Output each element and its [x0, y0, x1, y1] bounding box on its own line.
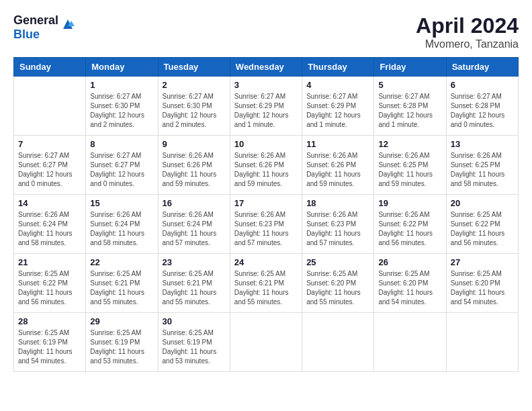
calendar-cell: 6 Sunrise: 6:27 AMSunset: 6:28 PMDayligh…: [446, 77, 518, 136]
calendar-cell: 19 Sunrise: 6:26 AMSunset: 6:22 PMDaylig…: [374, 195, 446, 254]
calendar-cell: 15 Sunrise: 6:26 AMSunset: 6:24 PMDaylig…: [86, 195, 158, 254]
calendar-cell: 21 Sunrise: 6:25 AMSunset: 6:22 PMDaylig…: [14, 254, 86, 313]
calendar-cell: [446, 313, 518, 372]
calendar-cell: [374, 313, 446, 372]
calendar-cell: 28 Sunrise: 6:25 AMSunset: 6:19 PMDaylig…: [14, 313, 86, 372]
day-info: Sunrise: 6:26 AMSunset: 6:25 PMDaylight:…: [451, 151, 514, 189]
day-number: 19: [378, 198, 441, 208]
day-info: Sunrise: 6:27 AMSunset: 6:27 PMDaylight:…: [90, 151, 153, 189]
day-number: 7: [18, 139, 81, 149]
day-info: Sunrise: 6:25 AMSunset: 6:21 PMDaylight:…: [163, 269, 226, 307]
day-number: 10: [234, 139, 298, 149]
calendar-cell: 22 Sunrise: 6:25 AMSunset: 6:21 PMDaylig…: [86, 254, 158, 313]
day-info: Sunrise: 6:25 AMSunset: 6:20 PMDaylight:…: [378, 269, 441, 307]
calendar-cell: 7 Sunrise: 6:27 AMSunset: 6:27 PMDayligh…: [14, 136, 86, 195]
month-year-title: April 2024: [416, 13, 519, 38]
day-info: Sunrise: 6:26 AMSunset: 6:25 PMDaylight:…: [378, 151, 441, 189]
calendar-cell: 25 Sunrise: 6:25 AMSunset: 6:20 PMDaylig…: [302, 254, 374, 313]
calendar-cell: [14, 77, 86, 136]
col-thursday: Thursday: [302, 58, 374, 77]
col-friday: Friday: [374, 58, 446, 77]
calendar-cell: 9 Sunrise: 6:26 AMSunset: 6:26 PMDayligh…: [158, 136, 230, 195]
day-info: Sunrise: 6:26 AMSunset: 6:26 PMDaylight:…: [163, 151, 226, 189]
day-info: Sunrise: 6:26 AMSunset: 6:26 PMDaylight:…: [306, 151, 369, 189]
calendar-cell: 12 Sunrise: 6:26 AMSunset: 6:25 PMDaylig…: [374, 136, 446, 195]
calendar-cell: 13 Sunrise: 6:26 AMSunset: 6:25 PMDaylig…: [446, 136, 518, 195]
day-number: 8: [90, 139, 153, 149]
calendar-cell: 4 Sunrise: 6:27 AMSunset: 6:29 PMDayligh…: [302, 77, 374, 136]
calendar-cell: 17 Sunrise: 6:26 AMSunset: 6:23 PMDaylig…: [230, 195, 302, 254]
day-info: Sunrise: 6:26 AMSunset: 6:23 PMDaylight:…: [234, 210, 298, 248]
calendar-cell: 11 Sunrise: 6:26 AMSunset: 6:26 PMDaylig…: [302, 136, 374, 195]
logo-text: General Blue: [13, 13, 58, 42]
col-saturday: Saturday: [446, 58, 518, 77]
day-number: 23: [163, 257, 226, 267]
day-number: 1: [90, 80, 153, 90]
day-number: 2: [163, 80, 226, 90]
calendar-cell: 1 Sunrise: 6:27 AMSunset: 6:30 PMDayligh…: [86, 77, 158, 136]
col-tuesday: Tuesday: [158, 58, 230, 77]
day-info: Sunrise: 6:26 AMSunset: 6:24 PMDaylight:…: [163, 210, 226, 248]
col-monday: Monday: [86, 58, 158, 77]
day-info: Sunrise: 6:25 AMSunset: 6:19 PMDaylight:…: [18, 328, 81, 366]
col-sunday: Sunday: [14, 58, 86, 77]
day-info: Sunrise: 6:27 AMSunset: 6:30 PMDaylight:…: [163, 92, 226, 130]
calendar-cell: 18 Sunrise: 6:26 AMSunset: 6:23 PMDaylig…: [302, 195, 374, 254]
day-number: 20: [451, 198, 514, 208]
col-wednesday: Wednesday: [230, 58, 302, 77]
day-info: Sunrise: 6:26 AMSunset: 6:22 PMDaylight:…: [378, 210, 441, 248]
day-number: 25: [306, 257, 369, 267]
calendar-header-row: Sunday Monday Tuesday Wednesday Thursday…: [14, 58, 519, 77]
calendar-cell: [302, 313, 374, 372]
day-number: 6: [451, 80, 514, 90]
calendar-cell: 2 Sunrise: 6:27 AMSunset: 6:30 PMDayligh…: [158, 77, 230, 136]
day-info: Sunrise: 6:25 AMSunset: 6:20 PMDaylight:…: [306, 269, 369, 307]
logo-blue: Blue: [13, 28, 40, 41]
day-info: Sunrise: 6:25 AMSunset: 6:20 PMDaylight:…: [451, 269, 514, 307]
day-number: 22: [90, 257, 153, 267]
day-info: Sunrise: 6:25 AMSunset: 6:22 PMDaylight:…: [451, 210, 514, 248]
day-number: 9: [163, 139, 226, 149]
day-number: 5: [378, 80, 441, 90]
calendar-cell: 27 Sunrise: 6:25 AMSunset: 6:20 PMDaylig…: [446, 254, 518, 313]
day-info: Sunrise: 6:26 AMSunset: 6:23 PMDaylight:…: [306, 210, 369, 248]
day-number: 17: [234, 198, 298, 208]
day-info: Sunrise: 6:26 AMSunset: 6:26 PMDaylight:…: [234, 151, 298, 189]
calendar-cell: 10 Sunrise: 6:26 AMSunset: 6:26 PMDaylig…: [230, 136, 302, 195]
calendar-cell: 24 Sunrise: 6:25 AMSunset: 6:21 PMDaylig…: [230, 254, 302, 313]
week-row-3: 14 Sunrise: 6:26 AMSunset: 6:24 PMDaylig…: [14, 195, 519, 254]
day-number: 15: [90, 198, 153, 208]
calendar-cell: 16 Sunrise: 6:26 AMSunset: 6:24 PMDaylig…: [158, 195, 230, 254]
day-info: Sunrise: 6:27 AMSunset: 6:27 PMDaylight:…: [18, 151, 81, 189]
logo-general: General: [13, 13, 58, 27]
day-info: Sunrise: 6:25 AMSunset: 6:21 PMDaylight:…: [234, 269, 298, 307]
location-subtitle: Mvomero, Tanzania: [416, 38, 519, 50]
day-info: Sunrise: 6:27 AMSunset: 6:29 PMDaylight:…: [306, 92, 369, 130]
logo-icon: [60, 17, 75, 32]
day-info: Sunrise: 6:27 AMSunset: 6:29 PMDaylight:…: [234, 92, 298, 130]
day-number: 29: [90, 316, 153, 326]
calendar-cell: 29 Sunrise: 6:25 AMSunset: 6:19 PMDaylig…: [86, 313, 158, 372]
day-number: 24: [234, 257, 298, 267]
calendar-cell: 14 Sunrise: 6:26 AMSunset: 6:24 PMDaylig…: [14, 195, 86, 254]
day-number: 26: [378, 257, 441, 267]
day-number: 13: [451, 139, 514, 149]
calendar-cell: 3 Sunrise: 6:27 AMSunset: 6:29 PMDayligh…: [230, 77, 302, 136]
day-number: 28: [18, 316, 81, 326]
day-number: 21: [18, 257, 81, 267]
day-number: 12: [378, 139, 441, 149]
calendar-cell: 20 Sunrise: 6:25 AMSunset: 6:22 PMDaylig…: [446, 195, 518, 254]
day-info: Sunrise: 6:27 AMSunset: 6:30 PMDaylight:…: [90, 92, 153, 130]
day-info: Sunrise: 6:27 AMSunset: 6:28 PMDaylight:…: [378, 92, 441, 130]
day-info: Sunrise: 6:25 AMSunset: 6:19 PMDaylight:…: [90, 328, 153, 366]
week-row-1: 1 Sunrise: 6:27 AMSunset: 6:30 PMDayligh…: [14, 77, 519, 136]
day-info: Sunrise: 6:25 AMSunset: 6:19 PMDaylight:…: [163, 328, 226, 366]
calendar-cell: 26 Sunrise: 6:25 AMSunset: 6:20 PMDaylig…: [374, 254, 446, 313]
day-number: 18: [306, 198, 369, 208]
week-row-5: 28 Sunrise: 6:25 AMSunset: 6:19 PMDaylig…: [14, 313, 519, 372]
day-number: 30: [163, 316, 226, 326]
calendar-cell: 23 Sunrise: 6:25 AMSunset: 6:21 PMDaylig…: [158, 254, 230, 313]
day-info: Sunrise: 6:26 AMSunset: 6:24 PMDaylight:…: [90, 210, 153, 248]
day-number: 16: [163, 198, 226, 208]
logo: General Blue: [13, 13, 75, 42]
